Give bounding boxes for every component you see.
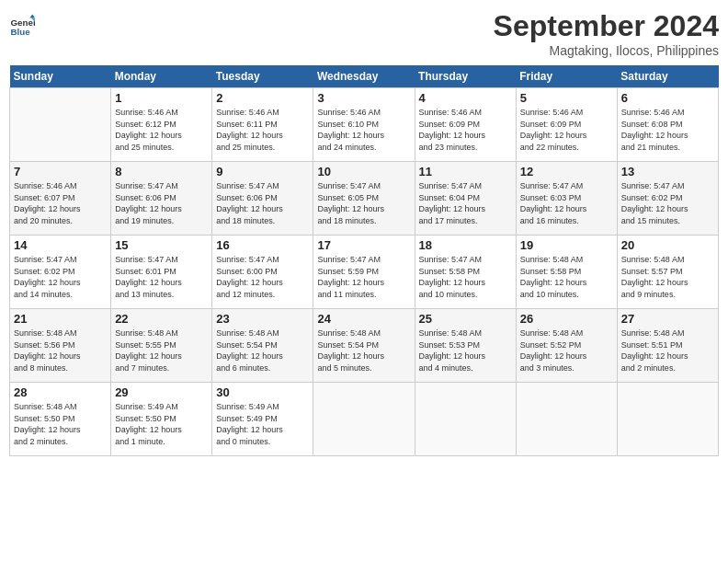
day-info: Sunrise: 5:48 AM Sunset: 5:52 PM Dayligh… xyxy=(520,327,613,373)
calendar-cell: 16Sunrise: 5:47 AM Sunset: 6:00 PM Dayli… xyxy=(212,236,313,309)
day-number: 29 xyxy=(115,385,208,399)
day-number: 1 xyxy=(115,91,208,105)
calendar-cell: 14Sunrise: 5:47 AM Sunset: 6:02 PM Dayli… xyxy=(10,236,111,309)
calendar-cell: 7Sunrise: 5:46 AM Sunset: 6:07 PM Daylig… xyxy=(10,162,111,236)
day-info: Sunrise: 5:47 AM Sunset: 5:58 PM Dayligh… xyxy=(419,254,512,300)
day-info: Sunrise: 5:47 AM Sunset: 6:01 PM Dayligh… xyxy=(115,254,208,300)
svg-text:Blue: Blue xyxy=(10,27,30,37)
day-of-week-header: Thursday xyxy=(415,65,516,88)
calendar-cell: 15Sunrise: 5:47 AM Sunset: 6:01 PM Dayli… xyxy=(111,236,212,309)
day-number: 15 xyxy=(115,238,208,252)
day-number: 6 xyxy=(621,91,714,105)
day-number: 16 xyxy=(216,238,309,252)
day-number: 22 xyxy=(115,312,208,326)
calendar-cell: 13Sunrise: 5:47 AM Sunset: 6:02 PM Dayli… xyxy=(617,162,718,236)
calendar-table: SundayMondayTuesdayWednesdayThursdayFrid… xyxy=(9,65,719,456)
calendar-cell: 4Sunrise: 5:46 AM Sunset: 6:09 PM Daylig… xyxy=(415,88,516,162)
day-of-week-header: Tuesday xyxy=(212,65,313,88)
day-info: Sunrise: 5:46 AM Sunset: 6:11 PM Dayligh… xyxy=(216,107,309,153)
calendar-body: 1Sunrise: 5:46 AM Sunset: 6:12 PM Daylig… xyxy=(10,88,719,456)
calendar-cell: 24Sunrise: 5:48 AM Sunset: 5:54 PM Dayli… xyxy=(313,309,415,383)
calendar-cell: 6Sunrise: 5:46 AM Sunset: 6:08 PM Daylig… xyxy=(617,88,718,162)
day-info: Sunrise: 5:47 AM Sunset: 6:02 PM Dayligh… xyxy=(14,254,107,300)
day-number: 25 xyxy=(419,312,512,326)
calendar-cell: 18Sunrise: 5:47 AM Sunset: 5:58 PM Dayli… xyxy=(415,236,516,309)
day-info: Sunrise: 5:48 AM Sunset: 5:55 PM Dayligh… xyxy=(115,327,208,373)
logo: General Blue xyxy=(9,9,39,39)
header: General Blue September 2024 Magtaking, I… xyxy=(9,9,719,58)
day-number: 18 xyxy=(419,238,512,252)
day-number: 21 xyxy=(14,312,107,326)
day-number: 7 xyxy=(14,165,107,178)
calendar-cell: 3Sunrise: 5:46 AM Sunset: 6:10 PM Daylig… xyxy=(313,88,415,162)
calendar-cell: 12Sunrise: 5:47 AM Sunset: 6:03 PM Dayli… xyxy=(516,162,617,236)
calendar-cell xyxy=(415,383,516,456)
day-number: 28 xyxy=(14,385,107,399)
day-info: Sunrise: 5:49 AM Sunset: 5:50 PM Dayligh… xyxy=(115,401,208,447)
day-number: 23 xyxy=(216,312,309,326)
calendar-cell: 1Sunrise: 5:46 AM Sunset: 6:12 PM Daylig… xyxy=(111,88,212,162)
month-title: September 2024 xyxy=(494,9,719,43)
day-info: Sunrise: 5:47 AM Sunset: 6:06 PM Dayligh… xyxy=(216,180,309,226)
day-info: Sunrise: 5:47 AM Sunset: 6:05 PM Dayligh… xyxy=(317,180,410,226)
day-info: Sunrise: 5:48 AM Sunset: 5:53 PM Dayligh… xyxy=(419,327,512,373)
title-area: September 2024 Magtaking, Ilocos, Philip… xyxy=(494,9,719,58)
day-info: Sunrise: 5:47 AM Sunset: 6:04 PM Dayligh… xyxy=(419,180,512,226)
calendar-cell xyxy=(516,383,617,456)
svg-marker-2 xyxy=(29,14,35,17)
day-of-week-header: Friday xyxy=(516,65,617,88)
calendar-cell: 27Sunrise: 5:48 AM Sunset: 5:51 PM Dayli… xyxy=(617,309,718,383)
day-of-week-header: Sunday xyxy=(10,65,111,88)
day-number: 24 xyxy=(317,312,410,326)
day-number: 26 xyxy=(520,312,613,326)
day-info: Sunrise: 5:48 AM Sunset: 5:58 PM Dayligh… xyxy=(520,254,613,300)
calendar-header-row: SundayMondayTuesdayWednesdayThursdayFrid… xyxy=(10,65,719,88)
day-number: 11 xyxy=(419,165,512,178)
calendar-cell: 21Sunrise: 5:48 AM Sunset: 5:56 PM Dayli… xyxy=(10,309,111,383)
day-info: Sunrise: 5:48 AM Sunset: 5:51 PM Dayligh… xyxy=(621,327,714,373)
calendar-week-row: 21Sunrise: 5:48 AM Sunset: 5:56 PM Dayli… xyxy=(10,309,719,383)
location-title: Magtaking, Ilocos, Philippines xyxy=(494,43,719,58)
day-of-week-header: Wednesday xyxy=(313,65,415,88)
day-number: 27 xyxy=(621,312,714,326)
day-number: 17 xyxy=(317,238,410,252)
day-info: Sunrise: 5:48 AM Sunset: 5:50 PM Dayligh… xyxy=(14,401,107,447)
day-info: Sunrise: 5:47 AM Sunset: 5:59 PM Dayligh… xyxy=(317,254,410,300)
day-number: 5 xyxy=(520,91,613,105)
day-info: Sunrise: 5:46 AM Sunset: 6:08 PM Dayligh… xyxy=(621,107,714,153)
day-number: 30 xyxy=(216,385,309,399)
day-number: 10 xyxy=(317,165,410,178)
day-number: 19 xyxy=(520,238,613,252)
calendar-week-row: 28Sunrise: 5:48 AM Sunset: 5:50 PM Dayli… xyxy=(10,383,719,456)
day-info: Sunrise: 5:47 AM Sunset: 6:02 PM Dayligh… xyxy=(621,180,714,226)
day-info: Sunrise: 5:47 AM Sunset: 6:03 PM Dayligh… xyxy=(520,180,613,226)
calendar-cell xyxy=(10,88,111,162)
day-of-week-header: Monday xyxy=(111,65,212,88)
calendar-cell xyxy=(617,383,718,456)
calendar-week-row: 14Sunrise: 5:47 AM Sunset: 6:02 PM Dayli… xyxy=(10,236,719,309)
calendar-cell: 29Sunrise: 5:49 AM Sunset: 5:50 PM Dayli… xyxy=(111,383,212,456)
day-number: 8 xyxy=(115,165,208,178)
day-info: Sunrise: 5:46 AM Sunset: 6:12 PM Dayligh… xyxy=(115,107,208,153)
calendar-week-row: 7Sunrise: 5:46 AM Sunset: 6:07 PM Daylig… xyxy=(10,162,719,236)
day-info: Sunrise: 5:46 AM Sunset: 6:09 PM Dayligh… xyxy=(419,107,512,153)
day-info: Sunrise: 5:48 AM Sunset: 5:54 PM Dayligh… xyxy=(317,327,410,373)
day-info: Sunrise: 5:48 AM Sunset: 5:54 PM Dayligh… xyxy=(216,327,309,373)
calendar-cell: 5Sunrise: 5:46 AM Sunset: 6:09 PM Daylig… xyxy=(516,88,617,162)
day-number: 20 xyxy=(621,238,714,252)
day-info: Sunrise: 5:46 AM Sunset: 6:10 PM Dayligh… xyxy=(317,107,410,153)
day-info: Sunrise: 5:48 AM Sunset: 5:56 PM Dayligh… xyxy=(14,327,107,373)
calendar-cell: 9Sunrise: 5:47 AM Sunset: 6:06 PM Daylig… xyxy=(212,162,313,236)
day-number: 4 xyxy=(419,91,512,105)
calendar-week-row: 1Sunrise: 5:46 AM Sunset: 6:12 PM Daylig… xyxy=(10,88,719,162)
calendar-cell: 25Sunrise: 5:48 AM Sunset: 5:53 PM Dayli… xyxy=(415,309,516,383)
calendar-cell xyxy=(313,383,415,456)
calendar-cell: 11Sunrise: 5:47 AM Sunset: 6:04 PM Dayli… xyxy=(415,162,516,236)
day-number: 2 xyxy=(216,91,309,105)
day-number: 12 xyxy=(520,165,613,178)
calendar-cell: 10Sunrise: 5:47 AM Sunset: 6:05 PM Dayli… xyxy=(313,162,415,236)
day-info: Sunrise: 5:46 AM Sunset: 6:09 PM Dayligh… xyxy=(520,107,613,153)
day-number: 14 xyxy=(14,238,107,252)
calendar-cell: 30Sunrise: 5:49 AM Sunset: 5:49 PM Dayli… xyxy=(212,383,313,456)
day-info: Sunrise: 5:49 AM Sunset: 5:49 PM Dayligh… xyxy=(216,401,309,447)
